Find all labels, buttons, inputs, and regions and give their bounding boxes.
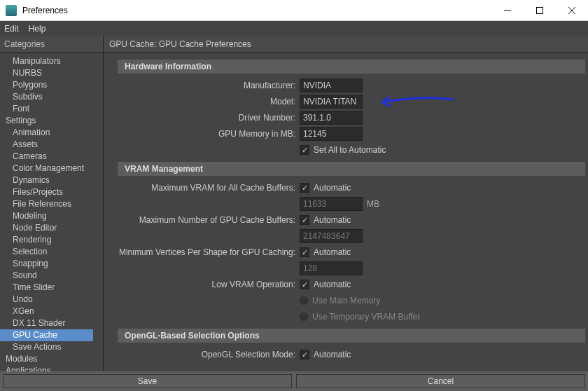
category-modeling[interactable]: Modeling (0, 210, 93, 222)
categories-panel: Categories InterfaceUI ElementsViewCubeH… (0, 36, 104, 371)
hardware-title: Hardware Information (118, 60, 585, 74)
content-panel: GPU Cache: GPU Cache Preferences Hardwar… (104, 36, 588, 371)
category-dx-11-shader[interactable]: DX 11 Shader (0, 317, 93, 329)
low-vram-label: Low VRAM Operation: (118, 280, 300, 289)
min-verts-auto-checkbox[interactable] (300, 247, 309, 257)
category-applications[interactable]: Applications (0, 365, 93, 371)
vram-section: VRAM Management Maximum VRAM for All Cac… (118, 162, 585, 324)
category-time-slider[interactable]: Time Slider (0, 282, 93, 294)
category-manipulators[interactable]: Manipulators (0, 55, 93, 67)
window-title: Preferences (22, 6, 491, 15)
opengl-section: OpenGL-Based Selection Options OpenGL Se… (118, 329, 585, 362)
manufacturer-field[interactable] (300, 78, 363, 92)
titlebar: Preferences (0, 0, 588, 21)
content-header: GPU Cache: GPU Cache Preferences (104, 36, 588, 53)
model-label: Model: (118, 97, 300, 107)
category-rendering[interactable]: Rendering (0, 234, 93, 246)
category-xgen[interactable]: XGen (0, 306, 93, 317)
category-assets[interactable]: Assets (0, 139, 93, 151)
svg-rect-0 (537, 7, 543, 13)
categories-list[interactable]: InterfaceUI ElementsViewCubeHelpDisplayK… (0, 53, 103, 371)
min-verts-value[interactable] (300, 261, 363, 275)
ogl-sel-mode-auto-checkbox[interactable] (300, 350, 309, 359)
category-modules[interactable]: Modules (0, 353, 93, 365)
low-vram-auto-checkbox[interactable] (300, 280, 309, 289)
low-vram-auto-label: Automatic (314, 280, 351, 289)
menubar: Edit Help (0, 21, 588, 36)
category-settings[interactable]: Settings (0, 115, 93, 127)
category-save-actions[interactable]: Save Actions (0, 341, 93, 353)
max-vram-value[interactable] (300, 197, 363, 211)
category-undo[interactable]: Undo (0, 294, 93, 306)
max-vram-auto-label: Automatic (314, 183, 351, 193)
hardware-section: Hardware Information Manufacturer: Model… (118, 60, 585, 158)
max-buffers-value[interactable] (300, 229, 363, 243)
menu-help[interactable]: Help (29, 24, 46, 34)
maximize-button[interactable] (524, 0, 556, 21)
max-vram-auto-checkbox[interactable] (300, 183, 309, 193)
gpu-mem-field[interactable] (300, 127, 363, 141)
ogl-sel-mode-auto-label: Automatic (314, 350, 351, 359)
set-all-automatic-checkbox[interactable] (300, 145, 309, 155)
category-cameras[interactable]: Cameras (0, 151, 93, 163)
category-sound[interactable]: Sound (0, 270, 93, 282)
mb-unit: MB (367, 199, 379, 209)
category-subdivs[interactable]: Subdivs (0, 91, 93, 103)
use-main-memory-label: Use Main Memory (312, 296, 380, 306)
menu-edit[interactable]: Edit (4, 24, 19, 34)
category-node-editor[interactable]: Node Editor (0, 222, 93, 234)
use-temp-vram-radio[interactable] (300, 313, 308, 321)
maya-icon (6, 5, 17, 16)
min-verts-auto-label: Automatic (314, 247, 351, 257)
save-button[interactable]: Save (3, 374, 292, 388)
categories-header: Categories (0, 36, 103, 53)
category-dynamics[interactable]: Dynamics (0, 174, 93, 186)
gpu-mem-label: GPU Memory in MB: (118, 129, 300, 139)
ogl-sel-mode-label: OpenGL Selection Mode: (118, 350, 300, 359)
category-gpu-cache[interactable]: GPU Cache (0, 329, 93, 341)
max-buffers-label: Maximum Number of GPU Cache Buffers: (118, 215, 300, 225)
content-scroll[interactable]: Hardware Information Manufacturer: Model… (104, 53, 588, 371)
vram-title: VRAM Management (118, 162, 585, 176)
category-color-management[interactable]: Color Management (0, 163, 93, 174)
category-files-projects[interactable]: Files/Projects (0, 186, 93, 198)
manufacturer-label: Manufacturer: (118, 81, 300, 90)
cancel-button[interactable]: Cancel (296, 374, 585, 388)
model-field[interactable] (300, 95, 363, 109)
use-main-memory-radio[interactable] (300, 296, 308, 305)
category-animation[interactable]: Animation (0, 127, 93, 139)
opengl-title: OpenGL-Based Selection Options (118, 329, 585, 343)
use-temp-vram-label: Use Temporary VRAM Buffer (312, 312, 420, 322)
max-vram-label: Maximum VRAM for All Cache Buffers: (118, 183, 300, 193)
button-bar: Save Cancel (0, 371, 588, 391)
category-file-references[interactable]: File References (0, 198, 93, 210)
category-font[interactable]: Font (0, 103, 93, 115)
category-polygons[interactable]: Polygons (0, 79, 93, 91)
main-area: Categories InterfaceUI ElementsViewCubeH… (0, 36, 588, 371)
category-snapping[interactable]: Snapping (0, 258, 93, 270)
minimize-button[interactable] (491, 0, 524, 21)
min-verts-label: Minimum Vertices Per Shape for GPU Cachi… (118, 247, 300, 257)
category-nurbs[interactable]: NURBS (0, 67, 93, 79)
max-buffers-auto-checkbox[interactable] (300, 215, 309, 225)
max-buffers-auto-label: Automatic (314, 215, 351, 225)
set-all-automatic-label: Set All to Automatic (314, 145, 386, 155)
category-selection[interactable]: Selection (0, 246, 93, 258)
driver-label: Driver Number: (118, 113, 300, 123)
close-button[interactable] (556, 0, 588, 21)
driver-field[interactable] (300, 111, 363, 125)
